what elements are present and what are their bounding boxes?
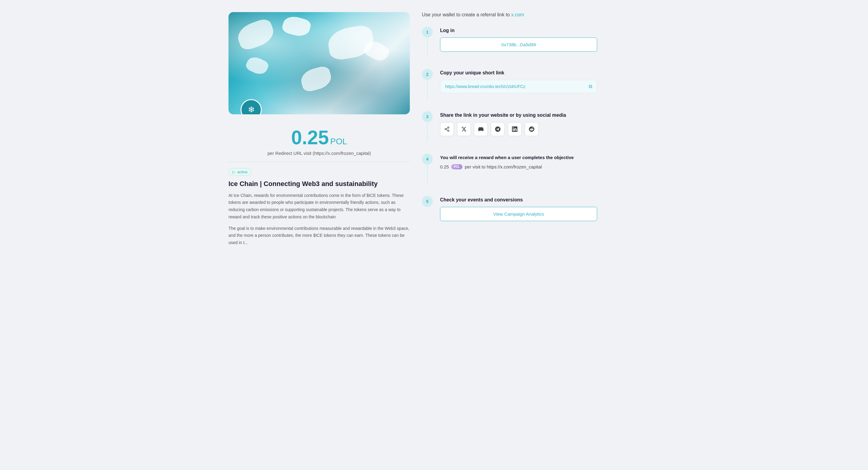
step-1-content: Log in 0x738b...Da5d99 (440, 27, 597, 57)
step-2-title: Copy your unique short link (440, 70, 597, 76)
step-5-content: Check your events and conversions View C… (440, 196, 597, 221)
step-5-line: 5 (422, 196, 433, 221)
steps-container: 1 Log in 0x738b...Da5d99 2 Copy your uni… (422, 27, 597, 221)
telegram-button[interactable] (491, 122, 505, 136)
reward-amount: 0.25 (291, 127, 329, 148)
step-3-line: 3 (422, 111, 433, 142)
step-5-circle: 5 (422, 196, 433, 207)
short-link-box: https://www.bread-crumbs.tech/c/zt4IUFCz… (440, 80, 597, 93)
step-2-line: 2 (422, 69, 433, 99)
step-3-connector (427, 123, 428, 142)
campaign-description: At Ice Chain, rewards for environmental … (228, 192, 410, 247)
step-3-circle: 3 (422, 111, 433, 122)
step-4-description: You will receive a reward when a user co… (440, 155, 597, 160)
divider (228, 162, 410, 162)
step-1-line: 1 (422, 27, 433, 57)
campaign-image: ❄ (228, 12, 410, 114)
snowflake-icon: ❄ (248, 105, 255, 114)
linkedin-button[interactable] (508, 122, 522, 136)
left-panel: ❄ 0.25 POL per Redirect URL visit (https… (228, 12, 410, 251)
step-1-title: Log in (440, 28, 597, 33)
svg-point-2 (447, 130, 449, 131)
step-3: 3 Share the link in your website or by u… (422, 111, 597, 142)
referral-header-text: Use your wallet to create a referral lin… (422, 12, 511, 17)
x-com-link[interactable]: x.com (511, 12, 524, 17)
step-1-connector (427, 39, 428, 57)
step-2-connector (427, 81, 428, 99)
step-4-line: 4 (422, 154, 433, 184)
status-label: active (237, 170, 248, 174)
reward-section: 0.25 POL per Redirect URL visit (https:/… (228, 126, 410, 156)
reddit-button[interactable] (525, 122, 538, 136)
step-4: 4 You will receive a reward when a user … (422, 154, 597, 184)
step-2-circle: 2 (422, 69, 433, 80)
svg-point-0 (447, 127, 449, 128)
x-twitter-button[interactable] (457, 122, 471, 136)
description-paragraph-1: At Ice Chain, rewards for environmental … (228, 192, 410, 221)
svg-line-4 (446, 128, 447, 129)
step-4-reward-amount: 0.25 (440, 164, 449, 169)
step-3-content: Share the link in your website or by usi… (440, 111, 597, 142)
step-4-reward-text: per visit to https://x.com/frozen_capita… (465, 164, 542, 169)
campaign-details: ▷ active Ice Chain | Connecting Web3 and… (228, 168, 410, 247)
svg-point-1 (445, 128, 446, 130)
step-1-circle: 1 (422, 27, 433, 37)
step-1: 1 Log in 0x738b...Da5d99 (422, 27, 597, 57)
right-panel: Use your wallet to create a referral lin… (422, 12, 597, 251)
svg-line-3 (446, 129, 447, 130)
step-2: 2 Copy your unique short link https://ww… (422, 69, 597, 99)
step-2-content: Copy your unique short link https://www.… (440, 69, 597, 99)
description-paragraph-2: The goal is to make environmental contri… (228, 225, 410, 246)
step-4-connector (427, 166, 428, 184)
reward-display: 0.25 POL (228, 126, 410, 149)
step-4-content: You will receive a reward when a user co… (440, 154, 597, 184)
step-4-circle: 4 (422, 154, 433, 165)
play-icon: ▷ (232, 170, 236, 174)
reward-token: POL (330, 137, 347, 146)
view-campaign-analytics-button[interactable]: View Campaign Analytics (440, 207, 597, 221)
step-5: 5 Check your events and conversions View… (422, 196, 597, 221)
copy-icon[interactable]: ⧉ (589, 84, 592, 89)
step-5-title: Check your events and conversions (440, 197, 597, 203)
referral-header: Use your wallet to create a referral lin… (422, 12, 597, 18)
discord-button[interactable] (474, 122, 488, 136)
step-3-title: Share the link in your website or by usi… (440, 113, 597, 118)
status-badge: ▷ active (228, 168, 251, 176)
reward-description: per Redirect URL visit (https://x.com/fr… (228, 151, 410, 156)
login-button[interactable]: 0x738b...Da5d99 (440, 37, 597, 52)
campaign-title: Ice Chain | Connecting Web3 and sustaina… (228, 180, 410, 188)
pol-badge: POL (451, 164, 462, 169)
reward-info: 0.25 POL per visit to https://x.com/froz… (440, 164, 597, 169)
short-link-text: https://www.bread-crumbs.tech/c/zt4IUFCz (445, 84, 525, 89)
social-buttons (440, 122, 597, 136)
share-button[interactable] (440, 122, 454, 136)
